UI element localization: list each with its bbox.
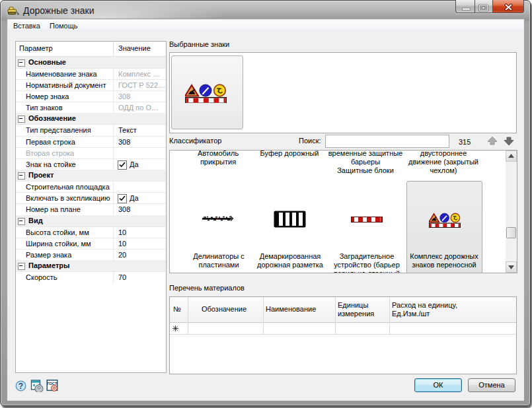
svg-text:?: ?	[19, 382, 23, 391]
